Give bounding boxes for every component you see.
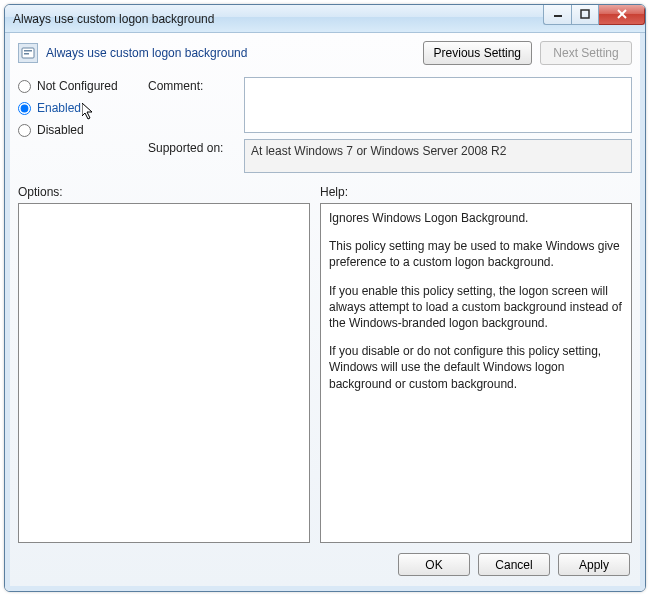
help-paragraph: If you enable this policy setting, the l… [329,283,623,332]
svg-rect-6 [24,53,29,55]
supported-row: Supported on: At least Windows 7 or Wind… [148,139,632,173]
radio-not-configured-label: Not Configured [37,79,118,93]
titlebar[interactable]: Always use custom logon background [5,5,645,33]
radio-enabled[interactable]: Enabled [18,101,136,115]
radio-enabled-input[interactable] [18,102,31,115]
comment-input[interactable] [244,77,632,133]
comment-label: Comment: [148,77,234,133]
next-setting-button: Next Setting [540,41,632,65]
maximize-button[interactable] [571,5,599,25]
header-row: Always use custom logon background Previ… [18,39,632,73]
minimize-button[interactable] [543,5,571,25]
svg-marker-7 [82,103,92,119]
close-button[interactable] [599,5,645,25]
panels-row: Ignores Windows Logon Background. This p… [18,203,632,543]
previous-setting-button[interactable]: Previous Setting [423,41,532,65]
panels-header: Options: Help: [18,179,632,203]
supported-label: Supported on: [148,139,234,173]
svg-rect-5 [24,50,32,52]
window-title: Always use custom logon background [13,12,543,26]
radio-enabled-label: Enabled [37,101,81,115]
policy-editor-window: Always use custom logon background Alway… [4,4,646,592]
cancel-button[interactable]: Cancel [478,553,550,576]
policy-icon [18,43,38,63]
radio-not-configured[interactable]: Not Configured [18,79,136,93]
config-row: Not Configured Enabled Disabled Comment: [18,73,632,179]
close-icon [616,9,628,19]
options-heading: Options: [18,185,310,199]
client-area: Always use custom logon background Previ… [5,33,645,591]
comment-row: Comment: [148,77,632,133]
window-controls [543,5,645,25]
maximize-icon [580,9,590,19]
help-panel[interactable]: Ignores Windows Logon Background. This p… [320,203,632,543]
help-paragraph: If you disable or do not configure this … [329,343,623,392]
radio-not-configured-input[interactable] [18,80,31,93]
state-radio-group: Not Configured Enabled Disabled [18,77,136,173]
radio-disabled-input[interactable] [18,124,31,137]
help-paragraph: Ignores Windows Logon Background. [329,210,623,226]
help-paragraph: This policy setting may be used to make … [329,238,623,270]
help-heading: Help: [320,185,632,199]
apply-button[interactable]: Apply [558,553,630,576]
fields-column: Comment: Supported on: At least Windows … [148,77,632,173]
dialog-footer: OK Cancel Apply [18,543,632,578]
radio-disabled[interactable]: Disabled [18,123,136,137]
policy-title: Always use custom logon background [46,46,415,60]
svg-rect-0 [554,15,562,17]
ok-button[interactable]: OK [398,553,470,576]
supported-value: At least Windows 7 or Windows Server 200… [244,139,632,173]
svg-rect-1 [581,10,589,18]
cursor-icon [82,103,96,121]
radio-disabled-label: Disabled [37,123,84,137]
options-panel[interactable] [18,203,310,543]
minimize-icon [553,9,563,19]
